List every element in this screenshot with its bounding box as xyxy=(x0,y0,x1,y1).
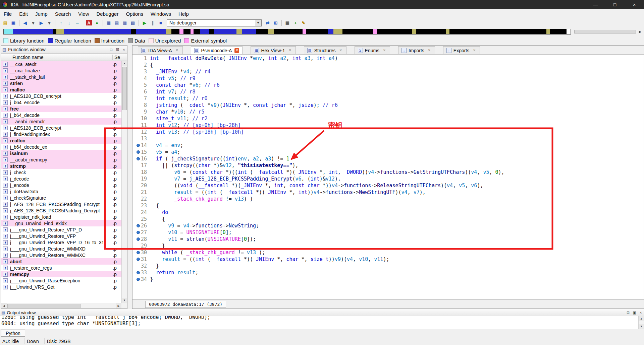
code-gutter[interactable]: 22 xyxy=(132,196,150,202)
code-gutter[interactable]: 21 xyxy=(132,189,150,196)
tab-pseudocode-a[interactable]: ▤Pseudocode-A× xyxy=(191,46,243,54)
code-gutter[interactable]: 25 xyxy=(132,216,150,222)
scroll-up-icon[interactable]: ▲ xyxy=(122,61,127,66)
scrollbar-thumb[interactable] xyxy=(122,67,127,110)
code-gutter[interactable]: 8 xyxy=(132,102,150,109)
save-icon[interactable]: ▣ xyxy=(9,19,17,26)
code-gutter[interactable]: 33 xyxy=(132,269,150,276)
attach-process-icon[interactable]: ⇄ xyxy=(264,19,272,26)
code-gutter[interactable]: 20 xyxy=(132,182,150,189)
navigation-band[interactable] xyxy=(3,29,571,34)
menu-search[interactable]: Search xyxy=(51,9,75,18)
code-gutter[interactable]: 27 xyxy=(132,229,150,236)
menu-help[interactable]: Help xyxy=(175,9,193,18)
debugger-select[interactable]: No debugger ▼ xyxy=(167,19,262,26)
code-line-21[interactable]: 21 result = ((int (__fastcall *)(_JNIEnv… xyxy=(132,189,644,196)
code-line-14[interactable]: 14 v4 = env; xyxy=(132,142,644,149)
function-row-j-gnu-unwind-restore-vfp-d-16-to-31[interactable]: ƒj___gnu_Unwind_Restore_VFP_D_16_to_31.p xyxy=(1,239,121,246)
tab-ida-view-a-close[interactable]: × xyxy=(175,48,179,53)
code-gutter[interactable]: 15 xyxy=(132,149,150,155)
navigation-scroll-right-icon[interactable]: ▶ xyxy=(637,29,643,34)
menu-jump[interactable]: Jump xyxy=(32,9,51,18)
back-dropdown-icon[interactable]: ▾ xyxy=(29,19,37,26)
code-gutter[interactable]: 13 xyxy=(132,135,150,142)
goto-address-icon[interactable]: → xyxy=(73,19,81,26)
code-line-20[interactable]: 20 ((void (__fastcall *)(_JNIEnv *, int,… xyxy=(132,182,644,189)
modules-icon[interactable]: ▧ xyxy=(129,19,137,26)
function-row-j-encode[interactable]: ƒj_encode.p xyxy=(1,182,121,188)
function-row-j-b64-encode[interactable]: ƒj_b64_encode.p xyxy=(1,99,121,106)
watch-list-icon[interactable]: ▥ xyxy=(121,19,129,26)
panel-float-button[interactable]: ⊡ xyxy=(625,309,631,316)
code-gutter[interactable]: 11 xyxy=(132,122,150,129)
function-row-j-dorawdata[interactable]: ƒj_doRawData.p xyxy=(1,188,121,195)
code-gutter[interactable]: 34 xyxy=(132,276,150,283)
text-search-icon[interactable]: A xyxy=(86,20,92,25)
code-gutter[interactable]: 31 xyxy=(132,256,150,263)
menu-options[interactable]: Options xyxy=(122,9,147,18)
code-line-4[interactable]: 4 int v5; // r9 xyxy=(132,75,644,82)
function-row-malloc[interactable]: ƒmalloc.p xyxy=(1,86,121,93)
function-row-j-gnu-unwind-restore-vfp-d[interactable]: ƒj___gnu_Unwind_Restore_VFP_D.p xyxy=(1,226,121,233)
tab-hex-view-1[interactable]: ▦Hex View-1× xyxy=(251,46,296,54)
code-line-17[interactable]: 17 || (strcpy((char *)&v12, "thisisatest… xyxy=(132,162,644,169)
code-line-9[interactable]: 9 char *v10; // r5 xyxy=(132,109,644,115)
pause-process-icon[interactable]: ∥ xyxy=(149,19,157,26)
code-line-13[interactable]: 13 xyxy=(132,135,644,142)
function-row-strlen[interactable]: ƒstrlen.p xyxy=(1,80,121,86)
column-function-name[interactable]: Function name xyxy=(1,55,113,60)
add-breakpoint-icon[interactable]: + xyxy=(291,19,300,26)
code-line-1[interactable]: 1int __fastcall doRawData(_JNIEnv *env, … xyxy=(132,55,644,62)
code-line-18[interactable]: 18 v6 = (const char *)((int (__fastcall … xyxy=(132,169,644,176)
code-line-11[interactable]: 11 int v12; // [sp+0h] [bp-28h] xyxy=(132,122,644,129)
navigation-band-scrollbar[interactable] xyxy=(574,30,636,33)
code-gutter[interactable]: 2 xyxy=(132,62,150,68)
code-line-7[interactable]: 7 int result; // r0 xyxy=(132,95,644,102)
function-row-j-gnu-unwind-raiseexception[interactable]: ƒj___gnu_Unwind_RaiseException.p xyxy=(1,277,121,284)
panel-maximize-button[interactable]: ▣ xyxy=(631,309,638,316)
scroll-down-icon[interactable]: ▼ xyxy=(122,298,127,303)
code-gutter[interactable]: 9 xyxy=(132,109,150,115)
next-location-icon[interactable]: ↓ xyxy=(65,19,73,26)
code-gutter[interactable]: 6 xyxy=(132,88,150,95)
code-gutter[interactable]: 14 xyxy=(132,142,150,149)
tab-ida-view-a[interactable]: ▤IDA View-A× xyxy=(138,46,183,54)
tab-imports[interactable]: ↓Imports× xyxy=(398,46,435,54)
code-gutter[interactable]: 1 xyxy=(132,55,150,62)
panel-close-button[interactable]: × xyxy=(121,46,127,53)
menu-edit[interactable]: Edit xyxy=(15,9,32,18)
tab-exports-close[interactable]: × xyxy=(472,48,477,53)
menu-file[interactable]: File xyxy=(0,9,15,18)
function-row-aeabi-memclr[interactable]: ƒ__aeabi_memclr.p xyxy=(1,118,121,125)
function-row-j-aes-128-ecb-pkcs5padding-encrypt[interactable]: ƒj_AES_128_ECB_PKCS5Padding_Encrypt.p xyxy=(1,201,121,207)
function-row-j-aes128-ecb-encrypt[interactable]: ƒj_AES128_ECB_encrypt.p xyxy=(1,93,121,99)
function-row-cxa-atexit[interactable]: ƒ__cxa_atexit.p xyxy=(1,61,121,67)
function-row-j-b64-decode-ex[interactable]: ƒj_b64_decode_ex.p xyxy=(1,144,121,150)
function-row-memcpy[interactable]: ƒmemcpy.p xyxy=(1,271,121,277)
forward-icon[interactable]: ▶ xyxy=(37,19,45,26)
scrollbar-thumb[interactable] xyxy=(7,304,80,308)
breakpoint-dot[interactable] xyxy=(137,258,140,261)
code-gutter[interactable]: 19 xyxy=(132,176,150,182)
column-segment[interactable]: Se xyxy=(113,55,127,60)
code-line-30[interactable]: 30 while ( _stack_chk_guard != v13 ); xyxy=(132,249,644,256)
function-row-j-gnu-unwind-restore-vfp[interactable]: ƒj___gnu_Unwind_Restore_VFP.p xyxy=(1,233,121,239)
functions-horizontal-scrollbar[interactable]: ◀ ▶ xyxy=(1,303,127,308)
code-gutter[interactable]: 16 xyxy=(132,155,150,162)
function-row-free[interactable]: ƒfree.p xyxy=(1,106,121,112)
code-gutter[interactable]: 3 xyxy=(132,68,150,75)
function-row-j-b64-decode[interactable]: ƒj_b64_decode.p xyxy=(1,112,121,118)
breakpoint-list-icon[interactable]: ▦ xyxy=(105,19,113,26)
code-line-10[interactable]: 10 size_t v11; // r2 xyxy=(132,115,644,122)
code-line-33[interactable]: 33 return result; xyxy=(132,269,644,276)
function-row-j-restore-core-regs[interactable]: ƒj_restore_core_regs.p xyxy=(1,265,121,271)
prev-location-icon[interactable]: ↑ xyxy=(57,19,65,26)
breakpoint-dot[interactable] xyxy=(137,157,140,160)
tab-exports[interactable]: ↑Exports× xyxy=(443,46,480,54)
code-gutter[interactable]: 5 xyxy=(132,82,150,88)
tab-structures[interactable]: ▥Structures× xyxy=(304,46,346,54)
code-line-3[interactable]: 3 _JNIEnv *v4; // r4 xyxy=(132,68,644,75)
code-line-12[interactable]: 12 int v13; // [sp+18h] [bp-10h] xyxy=(132,129,644,135)
code-line-8[interactable]: 8 jstring (__cdecl *v9)(JNIEnv *, const … xyxy=(132,102,644,109)
function-row-j-gnu-unwind-restore-wmmxc[interactable]: ƒj___gnu_Unwind_Restore_WMMXC.p xyxy=(1,252,121,258)
